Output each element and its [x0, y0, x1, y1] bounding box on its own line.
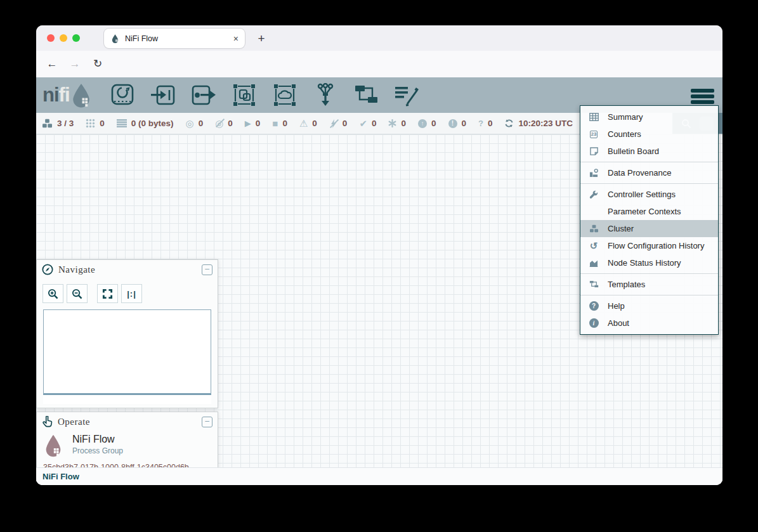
locally-modified-stale-icon: !	[448, 119, 457, 128]
transmitting-count: 0	[199, 119, 204, 128]
selected-flow-name: NiFi Flow	[72, 434, 123, 445]
menu-item-help[interactable]: ? Help	[580, 297, 718, 315]
browser-tab[interactable]: NiFi Flow ×	[104, 29, 245, 48]
menu-label: Counters	[608, 129, 641, 139]
status-queued: 0 (0 bytes)	[117, 119, 174, 128]
minimize-window-button[interactable]	[60, 34, 67, 42]
locally-modified-stale-count: 0	[462, 119, 467, 128]
operate-title: Operate	[58, 417, 90, 427]
menu-item-bulletin-board[interactable]: Bulletin Board	[580, 143, 718, 160]
summary-icon	[588, 113, 599, 121]
status-not-transmitting: ◎ 0	[215, 119, 233, 128]
nifi-drop-logo-icon	[70, 82, 93, 108]
menu-label: Data Provenance	[608, 168, 671, 178]
menu-label: Templates	[608, 280, 645, 289]
processor-icon[interactable]	[109, 83, 136, 107]
navigate-collapse-button[interactable]: –	[202, 264, 212, 275]
zoom-fit-button[interactable]	[97, 284, 118, 303]
breadcrumb-bar: NiFi Flow	[36, 467, 722, 485]
cluster-icon	[588, 224, 599, 233]
funnel-icon[interactable]	[312, 83, 339, 107]
tab-close-icon[interactable]: ×	[233, 34, 239, 43]
not-transmitting-icon: ◎	[215, 119, 223, 128]
forward-icon: →	[67, 56, 83, 72]
zoom-in-button[interactable]	[42, 284, 63, 303]
global-menu: Summary 23 Counters Bulletin Board Data …	[580, 105, 719, 335]
input-port-icon[interactable]	[150, 83, 176, 107]
stopped-count: 0	[282, 119, 287, 128]
status-grid: 0	[86, 119, 105, 128]
bulletin-board-icon	[588, 147, 599, 155]
menu-label: Summary	[608, 112, 643, 122]
zoom-window-button[interactable]	[72, 34, 80, 42]
label-icon[interactable]	[393, 83, 420, 107]
template-icon[interactable]	[353, 83, 379, 107]
nifi-logo: nifi	[42, 82, 93, 108]
logo-text-fi: fi	[59, 84, 70, 107]
status-disabled: 0	[329, 119, 348, 128]
about-icon: i	[588, 318, 599, 328]
provenance-icon	[588, 169, 599, 178]
cluster-icon	[42, 119, 53, 128]
selected-flow-type: Process Group	[72, 446, 123, 455]
browser-navbar: ← → ↻ 192.168.40.11:8080/nifi/ ☆ local	[36, 51, 722, 78]
menu-label: Cluster	[608, 224, 634, 233]
menu-label: Node Status History	[608, 258, 681, 268]
running-icon: ▶	[245, 119, 251, 127]
menu-label: Parameter Contexts	[608, 207, 681, 216]
status-up-to-date: ✔ 0	[359, 119, 376, 128]
transmitting-icon: ◎	[186, 119, 194, 128]
disabled-count: 0	[343, 119, 348, 128]
menu-item-counters[interactable]: 23 Counters	[580, 126, 718, 143]
menu-item-templates[interactable]: Templates	[580, 276, 718, 293]
menu-label: Bulletin Board	[608, 146, 659, 156]
status-sync-failure: ? 0	[478, 119, 492, 128]
process-group-icon[interactable]	[231, 83, 258, 107]
selected-component: NiFi Flow Process Group	[37, 431, 218, 458]
menu-item-node-status-history[interactable]: Node Status History	[580, 254, 718, 271]
browser-window: NiFi Flow × + ← → ↻ 192.168.40.11:8080/n…	[36, 25, 722, 485]
nifi-favicon-icon	[110, 34, 120, 43]
operate-collapse-button[interactable]: –	[202, 417, 212, 427]
new-tab-button[interactable]: +	[253, 30, 270, 47]
menu-item-about[interactable]: i About	[580, 315, 718, 332]
output-port-icon[interactable]	[190, 83, 217, 107]
menu-item-parameter-contexts[interactable]: Parameter Contexts	[580, 203, 718, 220]
menu-separator	[580, 183, 718, 184]
reload-icon[interactable]: ↻	[89, 56, 106, 72]
zoom-actual-button[interactable]: |:|	[121, 284, 142, 303]
tab-strip: NiFi Flow × +	[36, 25, 722, 51]
queued-icon	[117, 119, 127, 127]
zoom-out-button[interactable]	[67, 284, 88, 303]
menu-item-summary[interactable]: Summary	[580, 108, 718, 126]
menu-item-data-provenance[interactable]: Data Provenance	[580, 164, 718, 181]
menu-separator	[580, 273, 718, 274]
remote-process-group-icon[interactable]	[271, 83, 298, 107]
component-icons	[109, 83, 420, 107]
close-window-button[interactable]	[47, 34, 55, 42]
menu-item-flow-configuration-history[interactable]: ↺ Flow Configuration History	[580, 237, 718, 254]
history-icon: ↺	[588, 240, 599, 252]
menu-item-controller-settings[interactable]: Controller Settings	[580, 186, 718, 203]
stale-icon: ↑	[418, 119, 427, 128]
birdseye-view[interactable]	[43, 309, 211, 395]
refresh-icon[interactable]	[504, 119, 514, 128]
hand-pointer-icon	[42, 416, 53, 427]
status-locally-modified: 0	[388, 119, 406, 128]
birdseye-footer	[43, 395, 211, 404]
sync-failure-count: 0	[488, 119, 493, 128]
sync-failure-icon: ?	[478, 119, 483, 127]
invalid-icon: ⚠	[299, 119, 308, 128]
stale-count: 0	[431, 119, 436, 128]
breadcrumb-root[interactable]: NiFi Flow	[42, 472, 79, 481]
menu-item-cluster[interactable]: Cluster	[580, 220, 718, 237]
global-menu-icon[interactable]	[691, 87, 714, 106]
menu-separator	[580, 162, 718, 162]
back-icon[interactable]: ←	[44, 56, 60, 72]
status-running: ▶ 0	[245, 119, 261, 128]
tab-title: NiFi Flow	[125, 34, 233, 43]
stopped-icon: ■	[272, 119, 278, 128]
logo-text-ni: ni	[42, 84, 59, 107]
navigate-title: Navigate	[58, 264, 95, 275]
grid-count: 0	[100, 119, 105, 128]
